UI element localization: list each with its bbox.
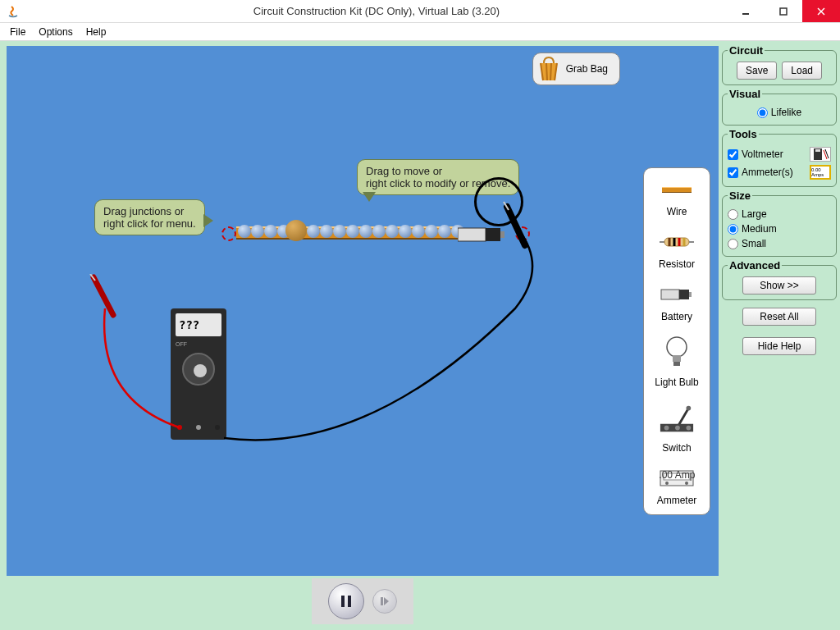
size-large-radio[interactable]: Large [728,207,831,221]
window-title: Circuit Construction Kit (DC Only), Virt… [26,5,727,17]
ammeter-checkbox[interactable] [728,167,738,178]
step-button[interactable] [372,589,397,614]
advanced-panel: Advanced Show >> [722,259,837,300]
voltmeter-instrument[interactable]: ??? OFF [171,308,226,440]
svg-rect-29 [486,228,500,241]
java-app-icon [5,3,21,20]
circuit-panel: Circuit Save Load [722,44,837,85]
switch-icon [659,399,695,439]
svg-text:0.00 Amps: 0.00 Amps [659,469,695,481]
svg-marker-38 [384,597,389,605]
lifelike-radio-input[interactable] [757,107,768,118]
menu-help[interactable]: Help [80,25,113,39]
svg-rect-35 [341,596,345,607]
load-button[interactable]: Load [782,62,822,80]
circuit-canvas[interactable]: Grab Bag Wire Resistor Battery [7,46,719,576]
size-panel: Size Large Medium Small [722,189,837,257]
palette-battery[interactable]: Battery [659,281,695,322]
window-titlebar: Circuit Construction Kit (DC Only), Virt… [0,0,840,23]
reset-all-button[interactable]: Reset All [742,308,816,326]
ammeter-icon: 0.00 Amps [659,465,695,491]
palette-wire[interactable]: Wire [659,176,695,217]
svg-point-21 [675,426,680,431]
window-close-button[interactable] [802,0,840,22]
svg-rect-16 [673,362,680,366]
svg-rect-36 [348,596,351,607]
size-legend: Size [728,189,752,202]
circuit-wire-component[interactable] [228,218,523,251]
palette-ammeter-label: Ammeter [657,495,697,506]
palette-resistor[interactable]: Resistor [659,229,695,270]
palette-lightbulb-label: Light Bulb [655,377,698,388]
battery-icon [659,281,695,308]
advanced-legend: Advanced [728,259,782,272]
svg-rect-40 [815,149,820,152]
junction-left[interactable] [221,226,236,241]
visual-panel: Visual Lifelike [722,88,837,126]
visual-legend: Visual [728,88,762,100]
voltmeter-checkbox[interactable] [728,149,738,160]
palette-switch-label: Switch [662,442,691,454]
control-sidebar: Circuit Save Load Visual Lifelike Tools … [722,41,840,630]
palette-switch[interactable]: Switch [659,399,695,454]
lifelike-label: Lifelike [771,107,801,118]
svg-line-33 [507,207,525,245]
palette-lightbulb[interactable]: Light Bulb [655,334,698,388]
voltmeter-brand-label: OFF [176,341,187,347]
help-junction-tooltip: Drag junctions or right click for menu. [94,199,205,235]
window-minimize-button[interactable] [727,0,765,22]
resistor-icon [659,229,695,255]
circuit-legend: Circuit [728,44,765,57]
pause-button[interactable] [328,583,364,619]
palette-ammeter[interactable]: 0.00 Amps Ammeter [657,465,697,506]
svg-rect-1 [780,8,787,15]
lifelike-radio[interactable]: Lifelike [728,105,831,120]
svg-rect-37 [381,597,383,605]
tools-panel: Tools Voltmeter Ammeter(s) 0.00 Amps [722,128,837,187]
hide-help-button[interactable]: Hide Help [742,337,816,355]
svg-rect-28 [458,228,486,241]
voltmeter-dial[interactable] [182,353,215,386]
svg-rect-15 [673,355,681,362]
voltmeter-mini-icon [810,147,831,162]
ammeter-label: Ammeter(s) [742,167,793,178]
tools-legend: Tools [728,128,759,140]
ammeter-checkbox-row[interactable]: Ammeter(s) 0.00 Amps [728,163,831,181]
svg-point-27 [685,482,688,485]
svg-line-31 [94,277,113,315]
svg-point-14 [667,337,687,357]
save-button[interactable]: Save [737,62,777,80]
bag-icon [538,57,559,81]
wire-icon [659,176,695,203]
palette-battery-label: Battery [661,311,692,322]
window-maximize-button[interactable] [765,0,802,22]
voltmeter-checkbox-row[interactable]: Voltmeter [728,145,831,163]
svg-rect-12 [679,290,689,299]
lightbulb-icon [659,334,695,373]
menubar: File Options Help [0,23,840,41]
svg-point-18 [686,406,691,411]
grab-bag-label: Grab Bag [566,63,608,75]
voltmeter-display: ??? [176,313,221,336]
svg-point-22 [686,426,691,431]
menu-file[interactable]: File [3,25,32,39]
svg-rect-13 [689,292,692,297]
menu-options[interactable]: Options [32,25,79,39]
svg-point-20 [664,426,669,431]
palette-resistor-label: Resistor [659,258,695,270]
component-palette: Wire Resistor Battery Light Bulb Switch [643,167,710,515]
size-small-radio[interactable]: Small [728,236,831,251]
black-lead-wire [220,226,564,456]
voltmeter-label: Voltmeter [742,148,783,160]
grab-bag-button[interactable]: Grab Bag [532,52,620,85]
ammeter-mini-icon: 0.00 Amps [810,165,831,180]
arrow-icon [363,192,376,202]
black-probe[interactable] [500,200,541,258]
red-probe[interactable] [89,274,121,323]
svg-point-26 [665,482,669,485]
arrow-icon [203,214,213,227]
svg-rect-11 [661,290,679,299]
show-advanced-button[interactable]: Show >> [742,276,816,294]
playback-controls [7,576,719,627]
size-medium-radio[interactable]: Medium [728,221,831,236]
